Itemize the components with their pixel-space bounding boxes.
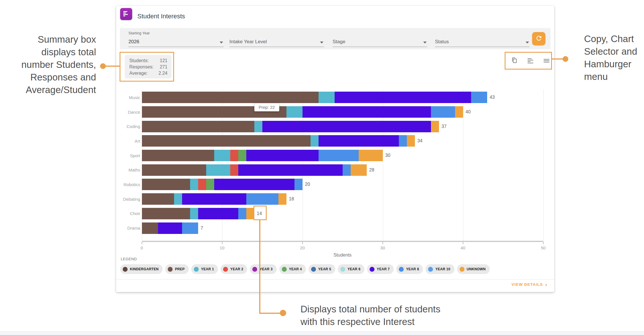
bar-segment-year-1[interactable]: [319, 92, 335, 103]
bar-segment-year-2[interactable]: [230, 164, 238, 176]
bar-segment-year-8[interactable]: [246, 193, 278, 205]
bar-segment-unknown[interactable]: [455, 106, 463, 118]
category-axis: MusicDanceCodingArtSportMathsRoboticsDeb…: [117, 90, 140, 235]
bar-segment-prep[interactable]: [142, 92, 319, 103]
bar-segment-year-1[interactable]: [286, 106, 303, 118]
bar-total-label: 20: [305, 182, 310, 187]
legend-chip-year-8[interactable]: YEAR 8: [396, 264, 423, 274]
stage-select[interactable]: Stage: [333, 30, 427, 47]
bar-segment-unknown[interactable]: [359, 150, 383, 161]
bar-segment-year-1[interactable]: [190, 179, 198, 190]
refresh-button[interactable]: [532, 32, 545, 45]
bar-segment-prep[interactable]: [142, 193, 174, 205]
bar-segment-unknown[interactable]: [246, 208, 254, 219]
bar-segment-unknown[interactable]: [351, 164, 367, 176]
bar-segment-year-7[interactable]: [182, 193, 246, 205]
bar-row-choir: 14: [142, 206, 543, 221]
bar-segment-year-8[interactable]: [431, 106, 455, 118]
status-select[interactable]: Status: [435, 30, 530, 47]
bar-segment-year-1[interactable]: [190, 208, 198, 219]
category-label: Maths: [117, 163, 140, 177]
legend-chip-prep[interactable]: PREP: [165, 264, 189, 274]
value-annotation-outline: [253, 206, 267, 220]
chevron-down-icon: [220, 42, 223, 44]
view-details-button[interactable]: VIEW DETAILS ›: [512, 282, 547, 287]
bar-segment-year-8[interactable]: [471, 92, 487, 103]
bar-segment-year-7[interactable]: [198, 208, 238, 219]
legend-chip-label: YEAR 3: [259, 267, 272, 271]
bar-segment-year-8[interactable]: [319, 150, 359, 161]
legend-chip-year-10[interactable]: YEAR 10: [426, 264, 454, 274]
bar-segment-unknown[interactable]: [431, 121, 439, 132]
tick-label: 20: [300, 245, 305, 250]
legend: KINDERGARTENPREPYEAR 1YEAR 2YEAR 3YEAR 4…: [120, 264, 490, 274]
legend-chip-year-7[interactable]: YEAR 7: [367, 264, 394, 274]
bar-segment-year-7[interactable]: [238, 164, 343, 176]
bar-chart: 4340373430282018147: [142, 90, 543, 235]
legend-chip-year-1[interactable]: YEAR 1: [191, 264, 218, 274]
legend-chip-year-3[interactable]: YEAR 3: [250, 264, 276, 274]
category-label: Robotics: [117, 177, 140, 192]
bar-segment-year-7[interactable]: [262, 121, 431, 132]
legend-chip-unknown[interactable]: UNKNOWN: [457, 264, 490, 274]
bar-segment-year-1[interactable]: [206, 164, 230, 176]
bar-segment-year-2[interactable]: [198, 179, 206, 190]
bar-segment-prep[interactable]: [142, 179, 190, 190]
bar-segment-year-1[interactable]: [311, 135, 319, 147]
intake-year-level-select[interactable]: Intake Year Level: [229, 30, 324, 47]
legend-chip-label: YEAR 6: [348, 267, 360, 271]
x-axis-title: Students: [142, 253, 543, 258]
category-label: Music: [117, 90, 140, 105]
starting-year-select[interactable]: Starting Year 2026: [128, 30, 224, 47]
annotation-dot: [100, 63, 106, 69]
bar-segment-prep[interactable]: [142, 222, 158, 234]
bar-segment-unknown[interactable]: [278, 193, 286, 205]
chevron-down-icon: [526, 42, 529, 44]
bar-segment-prep[interactable]: [142, 135, 311, 147]
tick-label: 40: [460, 245, 465, 250]
legend-chip-label: PREP: [175, 267, 185, 271]
bar-segment-year-1[interactable]: [254, 121, 262, 132]
bar-segment-year-1[interactable]: [214, 150, 230, 161]
legend-chip-label: UNKNOWN: [467, 267, 486, 271]
view-details-label: VIEW DETAILS: [512, 282, 543, 287]
bar-segment-year-1[interactable]: [174, 193, 182, 205]
bar-segment-unknown[interactable]: [407, 135, 415, 147]
legend-chip-year-2[interactable]: YEAR 2: [220, 264, 247, 274]
bar-segment-prep[interactable]: [142, 150, 214, 161]
chevron-down-icon: [423, 42, 427, 44]
legend-chip-kindergarten[interactable]: KINDERGARTEN: [120, 264, 163, 274]
bar-segment-year-2[interactable]: [230, 150, 238, 161]
bar-segment-year-7[interactable]: [214, 179, 294, 190]
bar-total-label: 43: [490, 95, 495, 100]
bar-segment-year-4[interactable]: [206, 179, 214, 190]
bar-segment-year-7[interactable]: [303, 106, 431, 118]
legend-color-dot: [252, 267, 257, 272]
legend-chip-year-6[interactable]: YEAR 6: [338, 264, 364, 274]
bar-row-art: 34: [142, 134, 543, 148]
toolbar-annotation-outline: [505, 52, 552, 70]
legend-chip-year-5[interactable]: YEAR 5: [309, 264, 335, 274]
category-label: Drama: [117, 221, 140, 235]
bar-segment-year-7[interactable]: [158, 222, 182, 234]
legend-chip-year-4[interactable]: YEAR 4: [279, 264, 306, 274]
legend-color-dot: [399, 267, 404, 272]
bar-segment-year-8[interactable]: [294, 179, 303, 190]
bar-segment-year-7[interactable]: [319, 135, 399, 147]
bar-segment-year-8[interactable]: [238, 208, 246, 219]
summary-annotation-outline: [120, 52, 174, 82]
bar-segment-year-4[interactable]: [238, 150, 246, 161]
bar-segment-year-8[interactable]: [182, 222, 198, 234]
legend-color-dot: [311, 267, 316, 272]
bar-segment-year-7[interactable]: [246, 150, 319, 161]
bar-total-label: 30: [385, 153, 391, 158]
bar-segment-prep[interactable]: [142, 208, 190, 219]
bar-segment-prep[interactable]: [142, 121, 254, 132]
bar-row-sport: 30: [142, 148, 543, 163]
bar-segment-prep[interactable]: [142, 164, 206, 176]
bar-segment-year-8[interactable]: [343, 164, 351, 176]
bar-segment-year-7[interactable]: [335, 92, 471, 103]
bar-chart-icon: [120, 8, 132, 20]
bar-segment-year-8[interactable]: [399, 135, 407, 147]
annotation-line: [259, 313, 282, 314]
